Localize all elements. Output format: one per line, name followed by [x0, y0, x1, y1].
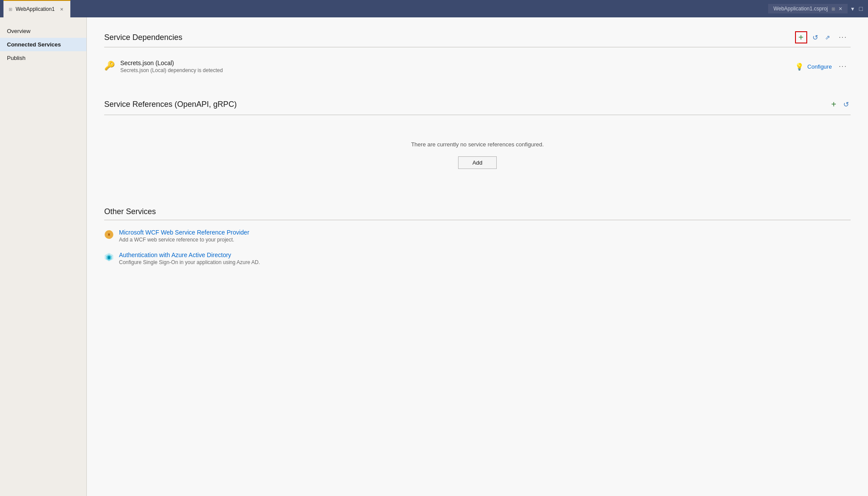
other-service-wcf-desc: Add a WCF web service reference to your … [119, 237, 249, 243]
service-references-section: Service References (OpenAPI, gRPC) + ↺ T… [104, 98, 851, 186]
other-services-section: Other Services Microsoft WCF Web Service… [104, 207, 851, 265]
service-references-actions: + ↺ [829, 98, 851, 111]
title-bar-left: ⊞ WebApplication1 ✕ [3, 0, 70, 17]
tab-close-icon[interactable]: ✕ [58, 6, 65, 13]
service-references-divider [104, 115, 851, 115]
service-references-title: Service References (OpenAPI, gRPC) [104, 100, 237, 109]
azure-ad-icon [104, 252, 114, 262]
refresh-service-references-button[interactable]: ↺ [842, 99, 851, 110]
add-service-reference-empty-button[interactable]: Add [458, 156, 497, 169]
svg-marker-4 [108, 256, 110, 259]
project-pin-icon: ⊞ [832, 7, 835, 11]
dependency-item-secrets: 🔑 Secrets.json (Local) Secrets.json (Loc… [104, 56, 851, 77]
title-bar-project: WebApplication1.csproj ⊞ ✕ [768, 4, 847, 13]
titlebar-maximize-btn[interactable]: □ [858, 4, 865, 13]
content-area: Service Dependencies + ↺ ⇗ ··· [87, 17, 868, 496]
titlebar-collapse-btn[interactable]: ▾ [849, 4, 856, 13]
add-service-reference-button[interactable]: + [829, 98, 838, 111]
sidebar-item-connected-services-label: Connected Services [7, 41, 61, 48]
refresh-icon: ↺ [812, 33, 818, 42]
more-dependency-icon: ··· [839, 63, 847, 70]
secrets-json-icon: 🔑 [104, 60, 115, 71]
configure-link[interactable]: Configure [807, 63, 832, 70]
add-service-dependency-button[interactable]: + [795, 31, 807, 43]
other-services-header: Other Services [104, 207, 851, 216]
other-services-title: Other Services [104, 207, 156, 216]
link-service-dependencies-button[interactable]: ⇗ [823, 32, 832, 43]
link-icon: ⇗ [825, 34, 830, 41]
other-service-azure-ad-info: Authentication with Azure Active Directo… [119, 251, 260, 265]
sidebar-item-connected-services[interactable]: Connected Services [0, 38, 86, 51]
service-dependencies-divider [104, 47, 851, 47]
tab-label: WebApplication1 [16, 6, 55, 12]
sidebar-item-publish[interactable]: Publish [0, 51, 86, 65]
dependency-item-desc: Secrets.json (Local) dependency is detec… [120, 67, 223, 73]
project-close-icon[interactable]: ✕ [838, 6, 842, 12]
project-label: WebApplication1.csproj [773, 6, 828, 12]
other-service-wcf-info: Microsoft WCF Web Service Reference Prov… [119, 229, 249, 243]
refresh-service-dependencies-button[interactable]: ↺ [811, 32, 820, 43]
dependency-item-name: Secrets.json (Local) [120, 60, 223, 66]
other-services-divider [104, 220, 851, 220]
other-service-azure-ad-desc: Configure Single Sign-On in your applica… [119, 259, 260, 265]
svg-point-1 [108, 233, 110, 236]
service-dependencies-title: Service Dependencies [104, 33, 182, 42]
sidebar-item-overview-label: Overview [7, 28, 30, 34]
sidebar: Overview Connected Services Publish [0, 17, 87, 496]
service-dependencies-actions: + ↺ ⇗ ··· [795, 31, 851, 43]
main-container: Overview Connected Services Publish Serv… [0, 17, 868, 496]
other-service-wcf-name[interactable]: Microsoft WCF Web Service Reference Prov… [119, 229, 249, 236]
more-service-dependencies-button[interactable]: ··· [835, 32, 851, 43]
dependency-item-info: Secrets.json (Local) Secrets.json (Local… [120, 60, 223, 73]
service-dependencies-section: Service Dependencies + ↺ ⇗ ··· [104, 31, 851, 77]
more-dependency-button[interactable]: ··· [835, 61, 851, 72]
sidebar-item-publish-label: Publish [7, 55, 26, 61]
tab-webapplication1[interactable]: ⊞ WebApplication1 ✕ [3, 0, 70, 17]
tab-pin-icon: ⊞ [9, 7, 12, 12]
refresh-service-references-icon: ↺ [843, 100, 849, 109]
service-dependencies-header: Service Dependencies + ↺ ⇗ ··· [104, 31, 851, 43]
title-bar-right: WebApplication1.csproj ⊞ ✕ ▾ □ [768, 4, 868, 13]
title-bar: ⊞ WebApplication1 ✕ WebApplication1.cspr… [0, 0, 868, 17]
sidebar-item-overview[interactable]: Overview [0, 24, 86, 38]
service-references-empty-state: There are currently no service reference… [104, 124, 851, 186]
dependency-item-left: 🔑 Secrets.json (Local) Secrets.json (Loc… [104, 60, 223, 73]
wcf-icon [104, 230, 114, 239]
other-service-item-azure-ad: Authentication with Azure Active Directo… [104, 251, 851, 265]
add-service-reference-icon: + [831, 99, 836, 109]
more-icon: ··· [839, 33, 847, 41]
dependency-item-right: 💡 Configure ··· [795, 61, 851, 72]
other-service-item-wcf: Microsoft WCF Web Service Reference Prov… [104, 229, 851, 243]
service-references-header: Service References (OpenAPI, gRPC) + ↺ [104, 98, 851, 111]
configure-bulb-icon: 💡 [795, 63, 804, 71]
service-references-empty-text: There are currently no service reference… [104, 141, 851, 148]
other-service-azure-ad-name[interactable]: Authentication with Azure Active Directo… [119, 251, 260, 258]
